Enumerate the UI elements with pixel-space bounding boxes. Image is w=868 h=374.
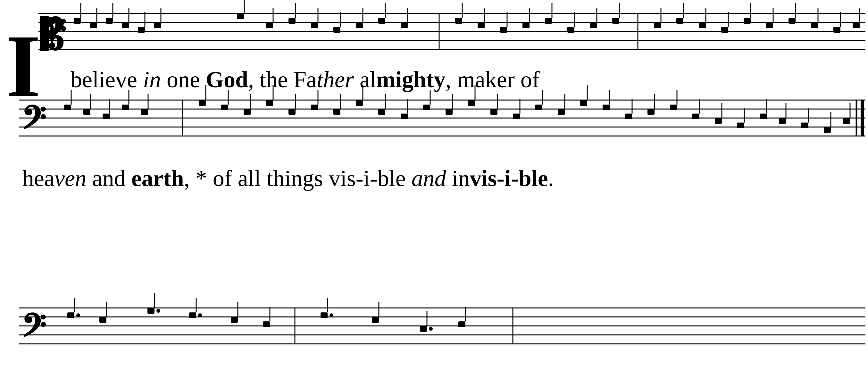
svg-rect-102	[288, 109, 296, 115]
svg-rect-176	[263, 321, 270, 327]
svg-rect-12	[90, 23, 97, 28]
svg-rect-124	[535, 105, 542, 110]
svg-rect-178	[320, 312, 328, 318]
svg-rect-62	[744, 18, 751, 24]
svg-rect-20	[154, 23, 161, 28]
svg-rect-44	[523, 23, 529, 28]
svg-point-164	[76, 313, 80, 317]
svg-rect-186	[458, 321, 465, 327]
svg-rect-90	[122, 105, 129, 110]
svg-rect-24	[266, 23, 273, 28]
svg-rect-120	[490, 109, 497, 115]
svg-rect-100	[266, 100, 273, 106]
svg-rect-148	[801, 122, 808, 128]
svg-text:heaven and earth, * of all thi: heaven and earth, * of all things vis-i-…	[23, 166, 554, 191]
svg-rect-22	[237, 13, 244, 19]
svg-rect-181	[372, 317, 379, 323]
svg-rect-46	[545, 18, 552, 24]
svg-rect-86	[83, 109, 90, 115]
svg-rect-38	[455, 18, 462, 24]
svg-point-179	[330, 313, 333, 317]
svg-text:𝄢: 𝄢	[41, 13, 66, 56]
svg-rect-110	[378, 109, 385, 115]
svg-rect-34	[378, 18, 385, 24]
svg-rect-54	[654, 23, 661, 28]
svg-rect-42	[500, 27, 507, 33]
svg-rect-112	[401, 114, 408, 119]
svg-point-172	[198, 313, 202, 317]
svg-rect-144	[760, 114, 767, 119]
svg-rect-26	[288, 18, 296, 24]
svg-rect-92	[141, 109, 148, 115]
svg-rect-171	[189, 312, 196, 318]
svg-point-169	[156, 309, 160, 313]
svg-point-184	[429, 327, 433, 331]
svg-rect-68	[811, 23, 818, 28]
svg-rect-114	[423, 105, 430, 110]
svg-rect-136	[670, 105, 677, 110]
svg-rect-166	[99, 317, 106, 323]
svg-rect-32	[356, 23, 363, 28]
svg-rect-58	[699, 23, 706, 28]
svg-rect-134	[648, 109, 654, 115]
svg-rect-40	[477, 23, 485, 28]
svg-rect-130	[602, 105, 610, 110]
svg-rect-126	[558, 109, 565, 115]
svg-rect-88	[102, 114, 110, 119]
svg-rect-70	[833, 27, 840, 33]
svg-rect-28	[311, 23, 318, 28]
svg-rect-108	[356, 100, 363, 106]
svg-rect-116	[445, 109, 453, 115]
svg-rect-72	[852, 23, 860, 28]
svg-rect-98	[244, 109, 251, 115]
svg-rect-10	[74, 18, 81, 24]
svg-rect-18	[138, 27, 145, 33]
svg-rect-183	[420, 326, 427, 332]
svg-rect-132	[625, 114, 632, 119]
svg-text:𝄢: 𝄢	[21, 309, 46, 351]
svg-rect-104	[311, 105, 318, 110]
svg-rect-128	[580, 100, 587, 106]
svg-rect-56	[676, 18, 683, 24]
svg-rect-52	[612, 18, 619, 24]
svg-rect-152	[843, 118, 850, 124]
svg-rect-150	[824, 127, 831, 133]
svg-rect-50	[590, 23, 597, 28]
svg-text:𝄢: 𝄢	[21, 101, 46, 144]
svg-rect-118	[468, 100, 475, 106]
svg-rect-174	[231, 317, 238, 323]
svg-rect-14	[106, 18, 113, 24]
svg-rect-60	[721, 27, 728, 33]
svg-rect-163	[67, 312, 74, 318]
svg-rect-94	[199, 100, 206, 106]
svg-rect-122	[513, 114, 520, 119]
svg-rect-48	[567, 27, 575, 33]
svg-rect-146	[779, 118, 786, 124]
svg-rect-16	[122, 23, 129, 28]
svg-rect-168	[148, 308, 155, 314]
music-score-page: I 𝄡 𝄢	[0, 0, 868, 374]
svg-rect-138	[692, 114, 700, 119]
svg-rect-64	[766, 23, 773, 28]
svg-rect-66	[788, 18, 796, 24]
svg-rect-106	[333, 109, 340, 115]
svg-rect-142	[737, 122, 744, 128]
svg-rect-96	[221, 105, 228, 110]
svg-rect-36	[401, 23, 408, 28]
svg-rect-84	[64, 105, 71, 110]
svg-rect-30	[333, 27, 340, 33]
svg-text:believe in one God, the Father: believe in one God, the Father almighty,…	[70, 67, 540, 92]
svg-rect-140	[715, 118, 722, 124]
